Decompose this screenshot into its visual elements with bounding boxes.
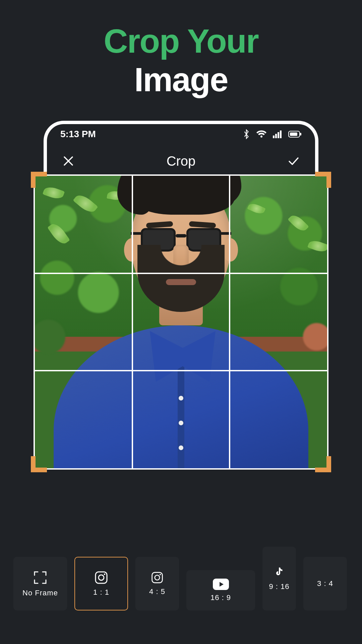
svg-rect-1 xyxy=(275,134,277,138)
svg-rect-9 xyxy=(96,572,107,583)
svg-point-14 xyxy=(160,574,161,575)
crop-handle-top-left[interactable] xyxy=(31,172,47,188)
crop-area[interactable] xyxy=(34,174,328,470)
svg-rect-3 xyxy=(280,130,282,138)
promo-headline: Crop Your Image xyxy=(104,23,258,97)
ratio-option-9-16[interactable]: 9 : 16 xyxy=(262,547,296,610)
svg-point-10 xyxy=(99,575,104,580)
svg-rect-5 xyxy=(300,133,301,136)
wifi-icon xyxy=(256,130,267,138)
instagram-icon xyxy=(94,571,108,585)
svg-point-13 xyxy=(155,575,160,580)
battery-icon xyxy=(288,130,302,138)
tiktok-icon xyxy=(274,566,285,579)
svg-point-11 xyxy=(104,574,105,575)
aspect-ratio-strip[interactable]: No Frame 1 : 1 4 : 5 xyxy=(0,547,362,610)
fullscreen-icon xyxy=(33,570,48,585)
bluetooth-icon xyxy=(243,129,250,139)
crop-handle-bottom-right[interactable] xyxy=(315,456,331,472)
ratio-label: 4 : 5 xyxy=(149,587,165,596)
svg-rect-12 xyxy=(152,573,163,583)
svg-rect-2 xyxy=(278,132,279,138)
ratio-label: 1 : 1 xyxy=(93,588,109,597)
ratio-label: No Frame xyxy=(22,589,58,597)
ratio-option-3-4[interactable]: 3 : 4 xyxy=(303,557,347,610)
ratio-option-1-1[interactable]: 1 : 1 xyxy=(74,557,128,610)
screen-title: Crop xyxy=(167,154,196,169)
headline-line-1: Crop Your xyxy=(104,23,258,59)
status-bar: 5:13 PM xyxy=(47,124,315,144)
headline-line-2: Image xyxy=(104,62,258,97)
photo-preview xyxy=(34,174,328,470)
svg-rect-6 xyxy=(290,132,297,136)
ratio-option-4-5[interactable]: 4 : 5 xyxy=(135,557,179,610)
svg-rect-0 xyxy=(273,136,275,138)
ratio-label: 9 : 16 xyxy=(269,582,289,591)
confirm-button[interactable] xyxy=(284,151,304,171)
ratio-option-16-9[interactable]: 16 : 9 xyxy=(186,570,255,610)
crop-handle-top-right[interactable] xyxy=(315,172,331,188)
cell-signal-icon xyxy=(273,130,282,138)
ratio-label: 16 : 9 xyxy=(210,593,231,602)
ratio-option-no-frame[interactable]: No Frame xyxy=(13,557,67,610)
status-time: 5:13 PM xyxy=(60,129,96,140)
crop-handle-bottom-left[interactable] xyxy=(31,456,47,472)
close-button[interactable] xyxy=(58,151,78,171)
youtube-icon xyxy=(213,579,229,590)
ratio-label: 3 : 4 xyxy=(317,579,333,588)
editor-top-bar: Crop xyxy=(47,144,315,178)
instagram-icon xyxy=(151,571,164,584)
